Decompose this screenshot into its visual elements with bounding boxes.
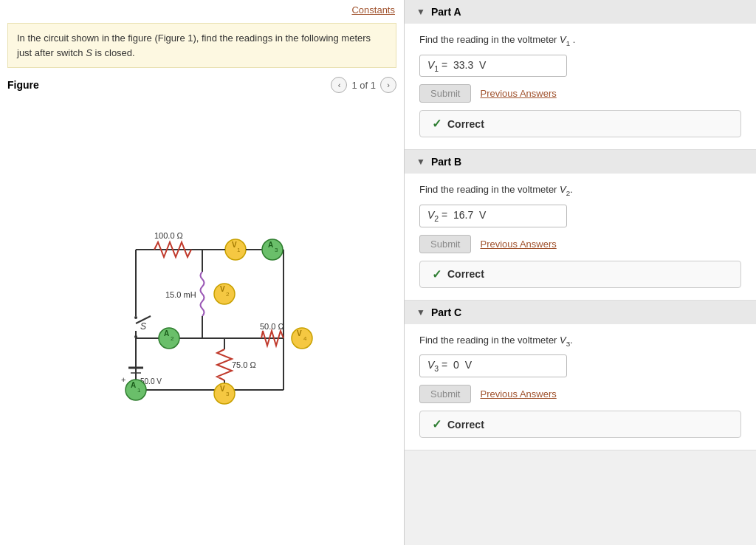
part-b-header[interactable]: ▼ Part B [405,150,756,174]
part-b-value: 16.7 [453,209,473,221]
figure-area: Figure ‹ 1 of 1 › [0,72,404,545]
part-c-answer-box[interactable]: V3 = 0 V [419,354,567,377]
part-c-prev-answers-link[interactable]: Previous Answers [480,388,556,400]
part-a-submit-row: Submit Previous Answers [419,84,741,103]
part-c-correct-box: ✓ Correct [419,411,741,438]
left-panel: Constants In the circuit shown in the fi… [0,0,405,545]
svg-text:A: A [164,329,169,337]
part-c-title: Part C [431,306,461,318]
part-a-correct-label: Correct [447,118,484,130]
part-a-collapse-icon: ▼ [416,7,425,17]
svg-text:2: 2 [171,335,174,342]
part-a-answer-box[interactable]: V1 = 33.3 V [419,55,567,78]
part-a-prev-answers-link[interactable]: Previous Answers [480,88,556,99]
svg-text:1: 1 [237,247,241,253]
part-b-title: Part B [431,156,461,168]
part-c-submit-button[interactable]: Submit [419,385,471,403]
part-b-prev-answers-link[interactable]: Previous Answers [480,239,556,250]
part-a-section: ▼ Part A Find the reading in the voltmet… [405,0,756,150]
part-b-question: Find the reading in the voltmeter V2. [419,184,741,197]
svg-text:75.0 Ω: 75.0 Ω [232,360,256,369]
part-b-section: ▼ Part B Find the reading in the voltmet… [405,150,756,300]
svg-text:V: V [297,329,302,337]
svg-text:50.0 Ω: 50.0 Ω [260,322,284,331]
part-c-correct-label: Correct [447,419,484,431]
part-b-correct-label: Correct [447,268,484,280]
svg-text:100.0 Ω: 100.0 Ω [154,231,183,240]
figure-label: Figure [7,79,39,91]
circuit-diagram: S + 50.0 V 100.0 Ω V 1 [7,99,396,541]
constants-link[interactable]: Constants [351,4,395,16]
svg-text:3: 3 [275,247,278,253]
part-b-correct-box: ✓ Correct [419,261,741,288]
right-panel: ▼ Part A Find the reading in the voltmet… [405,0,756,545]
part-a-answer-row: V1 = 33.3 V [419,55,741,78]
part-a-correct-box: ✓ Correct [419,110,741,137]
part-c-header[interactable]: ▼ Part C [405,301,756,324]
svg-text:V: V [220,285,225,293]
svg-text:V: V [220,385,225,393]
part-b-body: Find the reading in the voltmeter V2. V2… [405,174,756,299]
figure-page: 1 of 1 [351,80,376,91]
part-c-unit: V [465,359,472,371]
part-b-unit: V [479,209,486,221]
part-c-question: Find the reading in the voltmeter V3. [419,335,741,348]
part-b-submit-row: Submit Previous Answers [419,235,741,253]
circuit-svg: S + 50.0 V 100.0 Ω V 1 [77,220,328,419]
part-a-checkmark-icon: ✓ [432,117,441,131]
svg-text:A: A [131,381,136,389]
part-c-answer-row: V3 = 0 V [419,354,741,377]
part-a-question: Find the reading in the voltmeter V1 . [419,34,741,47]
part-c-body: Find the reading in the voltmeter V3. V3… [405,324,756,450]
part-c-submit-row: Submit Previous Answers [419,385,741,403]
svg-text:15.0 mH: 15.0 mH [165,290,196,299]
svg-text:+: + [121,375,126,384]
part-a-header[interactable]: ▼ Part A [405,0,756,24]
part-a-value: 33.3 [453,59,473,71]
part-b-answer-box[interactable]: V2 = 16.7 V [419,205,567,227]
part-b-answer-row: V2 = 16.7 V [419,205,741,227]
part-b-submit-button[interactable]: Submit [419,235,471,253]
part-c-section: ▼ Part C Find the reading in the voltmet… [405,301,756,450]
constants-bar: Constants [0,0,404,20]
svg-text:1: 1 [137,387,141,394]
part-a-submit-button[interactable]: Submit [419,84,471,103]
svg-text:A: A [268,241,273,249]
figure-nav: ‹ 1 of 1 › [331,77,396,93]
svg-point-8 [134,316,137,319]
svg-point-35 [292,328,312,349]
part-a-unit: V [479,59,486,71]
svg-text:S: S [140,321,146,332]
prev-figure-button[interactable]: ‹ [331,77,347,93]
part-b-checkmark-icon: ✓ [432,267,441,281]
part-c-checkmark-icon: ✓ [432,417,441,431]
problem-text: In the circuit shown in the figure (Figu… [7,23,396,68]
part-c-collapse-icon: ▼ [416,307,425,318]
svg-text:2: 2 [226,291,230,298]
part-b-collapse-icon: ▼ [416,157,425,167]
part-a-body: Find the reading in the voltmeter V1 . V… [405,24,756,149]
part-a-title: Part A [431,6,461,18]
next-figure-button[interactable]: › [380,77,396,93]
part-c-value: 0 [453,359,459,371]
svg-text:V: V [232,241,237,249]
figure-header: Figure ‹ 1 of 1 › [7,77,396,93]
problem-text-main: In the circuit shown in the figure (Figu… [17,32,371,58]
svg-text:3: 3 [226,391,230,397]
svg-text:4: 4 [303,335,307,342]
